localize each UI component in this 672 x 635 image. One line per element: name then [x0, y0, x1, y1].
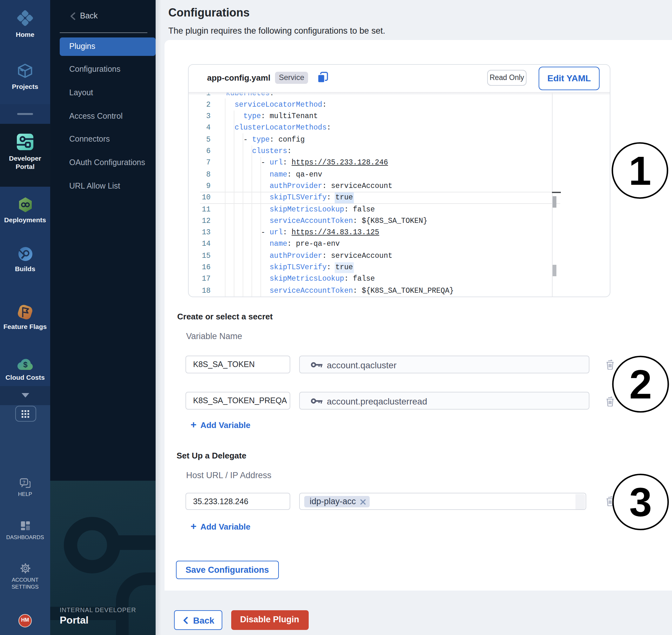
svg-text:?: ?	[23, 479, 25, 485]
svg-text:2: 2	[629, 362, 652, 407]
svg-text:3: 3	[629, 479, 652, 525]
svg-text:$: $	[23, 360, 27, 369]
svg-text:1: 1	[628, 148, 651, 193]
